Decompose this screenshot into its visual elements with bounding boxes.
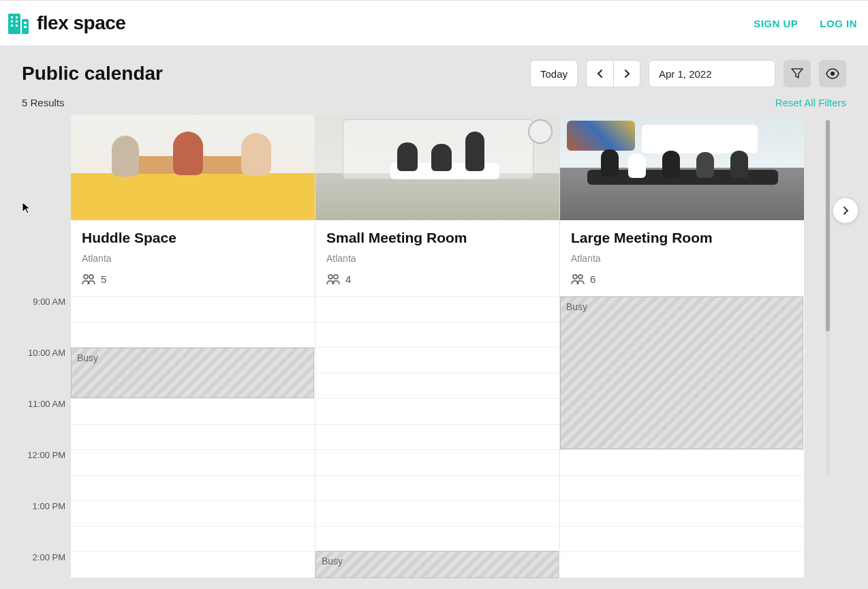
time-label: 9:00 AM <box>33 297 65 307</box>
filter-button[interactable] <box>784 60 811 87</box>
svg-point-10 <box>831 72 835 76</box>
results-count: 5 Results <box>22 97 65 108</box>
room-card[interactable]: Large Meeting Room Atlanta 6 <box>560 115 805 296</box>
room-name: Huddle Space <box>82 230 304 246</box>
timeline-column[interactable]: Busy <box>315 296 560 577</box>
room-image <box>71 115 315 220</box>
svg-rect-8 <box>24 22 27 24</box>
reset-filters-link[interactable]: Reset All Filters <box>775 97 846 108</box>
login-link[interactable]: LOG IN <box>820 18 857 29</box>
people-icon <box>571 274 585 285</box>
eye-icon <box>825 66 840 81</box>
topbar: flex space SIGN UP LOG IN <box>0 0 868 46</box>
today-button[interactable]: Today <box>530 60 578 87</box>
time-label: 11:00 AM <box>28 399 65 409</box>
people-icon <box>326 274 340 285</box>
svg-point-15 <box>573 275 577 279</box>
room-name: Small Meeting Room <box>326 230 548 246</box>
svg-point-14 <box>334 275 338 279</box>
room-capacity: 5 <box>82 273 304 285</box>
time-label: 2:00 PM <box>33 552 65 562</box>
toolbar: Today Apr 1, 2022 <box>530 60 846 87</box>
room-card[interactable]: Huddle Space Atlanta 5 <box>71 115 315 296</box>
timeline-column[interactable]: Busy <box>71 296 315 577</box>
svg-rect-1 <box>11 16 13 18</box>
capacity-value: 5 <box>101 273 106 285</box>
chevron-left-icon <box>595 68 606 79</box>
calendar-area: Huddle Space Atlanta 5 Small Meeting Roo… <box>0 115 868 582</box>
date-nav-group <box>586 60 640 87</box>
chevron-right-icon <box>621 68 632 79</box>
svg-point-11 <box>84 275 88 279</box>
room-card-body: Large Meeting Room Atlanta 6 <box>560 220 804 296</box>
visibility-button[interactable] <box>819 60 846 87</box>
brand-name: flex space <box>37 12 125 34</box>
capacity-value: 6 <box>590 273 595 285</box>
next-day-button[interactable] <box>613 60 640 87</box>
room-capacity: 4 <box>326 273 548 285</box>
timeline-column[interactable]: Busy <box>560 296 805 577</box>
room-card-body: Small Meeting Room Atlanta 4 <box>315 220 559 296</box>
timeline: 9:00 AM 10:00 AM 11:00 AM 12:00 PM 1:00 … <box>71 296 805 582</box>
prev-day-button[interactable] <box>586 60 613 87</box>
vertical-scrollbar[interactable] <box>826 120 830 474</box>
room-cards-row: Huddle Space Atlanta 5 Small Meeting Roo… <box>71 115 846 296</box>
room-location: Atlanta <box>571 253 793 264</box>
room-location: Atlanta <box>82 253 304 264</box>
time-label: 10:00 AM <box>28 348 65 358</box>
busy-event[interactable]: Busy <box>315 551 559 578</box>
room-card[interactable]: Small Meeting Room Atlanta 4 <box>315 115 560 296</box>
subheader: 5 Results Reset All Filters <box>0 97 868 115</box>
date-value: Apr 1, 2022 <box>659 68 712 80</box>
date-input[interactable]: Apr 1, 2022 <box>649 60 775 87</box>
svg-rect-0 <box>8 14 20 34</box>
page-title: Public calendar <box>22 63 163 85</box>
brand-logo[interactable]: flex space <box>4 10 125 37</box>
scroll-next-button[interactable] <box>833 198 858 224</box>
scrollbar-thumb[interactable] <box>826 120 830 331</box>
svg-rect-6 <box>16 25 18 27</box>
room-name: Large Meeting Room <box>571 230 793 246</box>
page-header: Public calendar Today Apr 1, 2022 <box>0 46 868 97</box>
svg-rect-2 <box>16 16 18 18</box>
svg-rect-9 <box>24 26 27 28</box>
filter-icon <box>790 67 804 80</box>
svg-rect-3 <box>11 20 13 22</box>
room-location: Atlanta <box>326 253 548 264</box>
room-image <box>315 115 559 220</box>
svg-rect-4 <box>16 20 18 22</box>
capacity-value: 4 <box>345 273 351 285</box>
people-icon <box>82 274 95 285</box>
room-image <box>560 115 804 220</box>
svg-point-13 <box>328 275 332 279</box>
svg-rect-5 <box>11 25 13 27</box>
busy-event[interactable]: Busy <box>560 297 803 449</box>
svg-point-12 <box>89 275 93 279</box>
chevron-right-icon <box>840 205 851 216</box>
svg-point-16 <box>578 275 583 279</box>
room-card-body: Huddle Space Atlanta 5 <box>71 220 315 296</box>
time-label: 12:00 PM <box>27 450 65 460</box>
nav-links: SIGN UP LOG IN <box>754 18 857 29</box>
building-icon <box>4 10 31 37</box>
signup-link[interactable]: SIGN UP <box>754 18 798 29</box>
time-label: 1:00 PM <box>33 501 65 511</box>
busy-event[interactable]: Busy <box>71 348 314 398</box>
room-capacity: 6 <box>571 273 793 285</box>
